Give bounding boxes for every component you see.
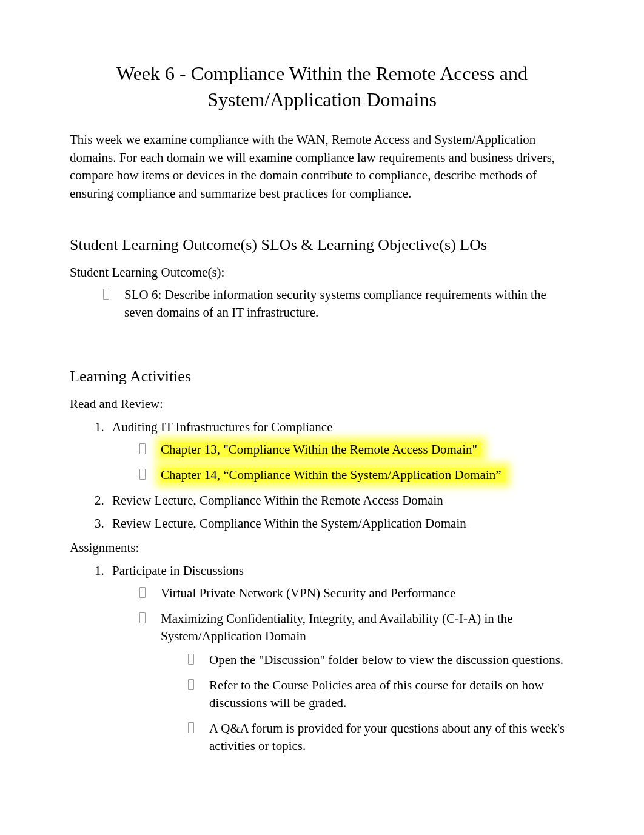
list-item: Open the "Discussion" folder below to vi… [188, 651, 574, 669]
discussion-notes-list: Open the "Discussion" folder below to vi… [161, 651, 574, 755]
list-item: Auditing IT Infrastructures for Complian… [107, 418, 574, 484]
document-page: Week 6 - Compliance Within the Remote Ac… [0, 0, 644, 811]
list-item: Chapter 14, “Compliance Within the Syste… [139, 466, 574, 484]
list-item: Participate in Discussions Virtual Priva… [107, 562, 574, 756]
list-item: Review Lecture, Compliance Within the Re… [107, 491, 574, 509]
list-item-text: Participate in Discussions [112, 563, 244, 578]
list-item: Refer to the Course Policies area of thi… [188, 677, 574, 713]
slo-list: SLO 6: Describe information security sys… [70, 286, 574, 322]
read-review-list: Auditing IT Infrastructures for Complian… [70, 418, 574, 533]
slo-heading: Student Learning Outcome(s) SLOs & Learn… [70, 236, 574, 254]
list-item: SLO 6: Describe information security sys… [103, 286, 574, 322]
assignments-list: Participate in Discussions Virtual Priva… [70, 562, 574, 756]
page-title: Week 6 - Compliance Within the Remote Ac… [70, 61, 574, 113]
list-item: A Q&A forum is provided for your questio… [188, 720, 574, 756]
list-item: Chapter 13, "Compliance Within the Remot… [139, 441, 574, 458]
list-item-text: Auditing IT Infrastructures for Complian… [112, 420, 333, 434]
highlighted-text: Chapter 13, "Compliance Within the Remot… [161, 442, 481, 457]
discussion-topics-list: Virtual Private Network (VPN) Security a… [112, 585, 574, 755]
intro-paragraph: This week we examine compliance with the… [70, 131, 574, 203]
list-item-text: Maximizing Confidentiality, Integrity, a… [161, 611, 513, 643]
list-item: Review Lecture, Compliance Within the Sy… [107, 514, 574, 532]
list-item: Maximizing Confidentiality, Integrity, a… [139, 610, 574, 756]
assignments-label: Assignments: [70, 540, 574, 555]
list-item: Virtual Private Network (VPN) Security a… [139, 585, 574, 602]
learning-activities-heading: Learning Activities [70, 367, 574, 386]
chapter-list: Chapter 13, "Compliance Within the Remot… [112, 441, 574, 484]
slo-label: Student Learning Outcome(s): [70, 265, 574, 280]
read-review-label: Read and Review: [70, 397, 574, 412]
highlighted-text: Chapter 14, “Compliance Within the Syste… [161, 468, 505, 482]
